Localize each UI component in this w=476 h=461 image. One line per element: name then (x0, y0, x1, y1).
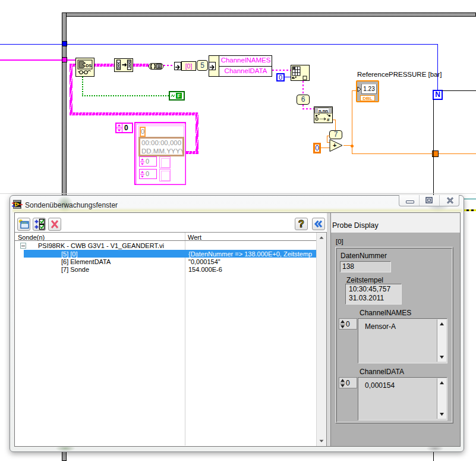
svg-text:?: ? (298, 219, 304, 229)
svg-text:+: + (333, 142, 336, 149)
svg-text:#: # (327, 117, 330, 123)
svg-text:DS: DS (86, 64, 92, 68)
svg-text:F: F (177, 93, 181, 99)
svg-text:n.nn: n.nn (319, 108, 328, 114)
